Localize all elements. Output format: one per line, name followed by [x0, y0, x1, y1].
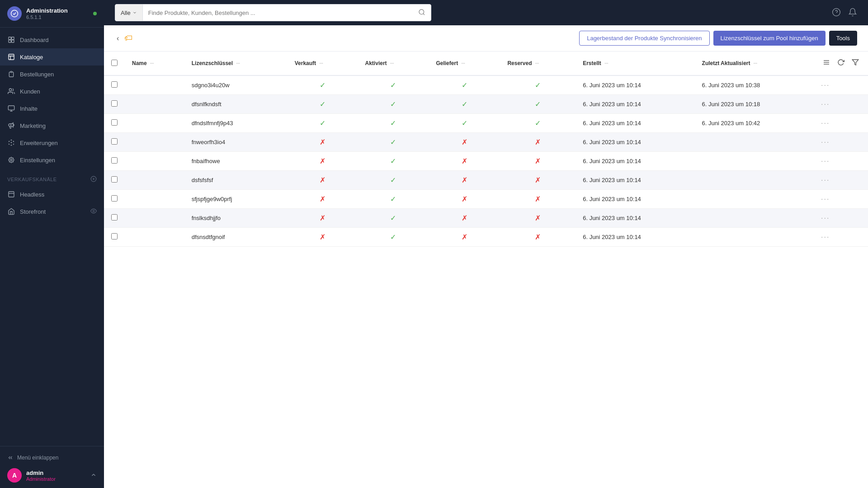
table-row: dfsnsdtfgnoif✗✓✗✗6. Juni 2023 um 10:14··…: [104, 228, 868, 247]
search-filter-button[interactable]: Alle: [115, 5, 143, 21]
row-checkbox[interactable]: [111, 214, 118, 221]
row-checkbox[interactable]: [111, 119, 118, 126]
cell-name: [125, 171, 184, 190]
row-menu-button[interactable]: ···: [821, 81, 830, 89]
storefront-visibility-icon[interactable]: [90, 208, 97, 216]
column-settings-button[interactable]: [821, 57, 832, 70]
cell-aktiviert: ✓: [358, 75, 429, 95]
sidebar-item-label: Storefront: [20, 208, 46, 215]
row-menu-button[interactable]: ···: [821, 157, 830, 165]
search-submit-button[interactable]: [413, 9, 431, 17]
check-true-icon: ✓: [390, 119, 396, 127]
check-false-icon: ✗: [535, 233, 541, 241]
check-false-icon: ✗: [535, 195, 541, 203]
row-menu-button[interactable]: ···: [821, 176, 830, 184]
row-menu-button[interactable]: ···: [821, 214, 830, 222]
sidebar-item-bestellungen[interactable]: Bestellungen: [0, 66, 104, 83]
cell-lizenzschluessel: fnbaifhowe: [184, 152, 288, 171]
row-menu-button[interactable]: ···: [821, 138, 830, 146]
row-checkbox[interactable]: [111, 176, 118, 183]
col-verkauft[interactable]: Verkauft ···: [288, 52, 358, 75]
check-false-icon: ✗: [320, 157, 326, 165]
table-row: fnbaifhowe✗✓✗✗6. Juni 2023 um 10:14···: [104, 152, 868, 171]
cell-reserved: ✗: [500, 133, 576, 152]
col-reserved[interactable]: Reserved ···: [500, 52, 576, 75]
table-row: dfndslfmnfj9p43✓✓✓✓6. Juni 2023 um 10:14…: [104, 114, 868, 133]
sidebar-item-dashboard[interactable]: Dashboard: [0, 31, 104, 48]
select-all-col: [104, 52, 125, 75]
cell-geliefert: ✗: [429, 133, 500, 152]
col-aktiviert[interactable]: Aktiviert ···: [358, 52, 429, 75]
row-menu-button[interactable]: ···: [821, 233, 830, 241]
cell-zuletzt: [695, 209, 814, 228]
help-icon[interactable]: [832, 8, 841, 18]
cell-name: [125, 133, 184, 152]
back-button[interactable]: ‹: [115, 33, 121, 44]
collapse-label: Menü einklappen: [17, 455, 58, 461]
row-checkbox[interactable]: [111, 138, 118, 145]
cell-aktiviert: ✓: [358, 95, 429, 114]
sidebar-item-headless[interactable]: Headless: [0, 186, 104, 203]
sidebar-item-label: Inhalte: [20, 105, 38, 112]
cell-zuletzt: 6. Juni 2023 um 10:38: [695, 75, 814, 95]
sidebar-item-erweiterungen[interactable]: Erweiterungen: [0, 134, 104, 151]
app-version: 6.5.1.1: [26, 14, 68, 20]
cell-reserved: ✗: [500, 190, 576, 209]
cell-lizenzschluessel: dfsnlfkndsft: [184, 95, 288, 114]
table-row: fnslksdhjjfo✗✓✗✗6. Juni 2023 um 10:14···: [104, 209, 868, 228]
check-true-icon: ✓: [462, 100, 467, 108]
col-erstellt[interactable]: Erstellt ···: [576, 52, 694, 75]
check-false-icon: ✗: [320, 195, 326, 203]
collapse-menu-button[interactable]: Menü einklappen: [7, 452, 97, 464]
table-header-row: Name ··· Lizenzschlüssel ··· Verkauft ··…: [104, 52, 868, 75]
sidebar-item-inhalte[interactable]: Inhalte: [0, 100, 104, 117]
cell-erstellt: 6. Juni 2023 um 10:14: [576, 114, 694, 133]
orders-icon: [7, 70, 15, 78]
sidebar-item-label: Dashboard: [20, 37, 49, 43]
marketing-icon: [7, 122, 15, 130]
search-input[interactable]: [143, 5, 413, 21]
sidebar-item-kunden[interactable]: Kunden: [0, 83, 104, 100]
cell-row-actions: ···: [814, 152, 868, 171]
sidebar-item-marketing[interactable]: Marketing: [0, 117, 104, 134]
col-name[interactable]: Name ···: [125, 52, 184, 75]
cell-row-actions: ···: [814, 190, 868, 209]
sidebar-item-storefront[interactable]: Storefront: [0, 203, 104, 220]
cell-reserved: ✗: [500, 209, 576, 228]
sidebar-item-kataloge[interactable]: Kataloge: [0, 48, 104, 66]
check-false-icon: ✗: [535, 176, 541, 184]
license-button[interactable]: Lizenzschlüssel zum Pool hinzufügen: [713, 31, 826, 46]
row-menu-button[interactable]: ···: [821, 119, 830, 127]
cell-name: [125, 190, 184, 209]
row-checkbox[interactable]: [111, 100, 118, 107]
sync-button[interactable]: Lagerbestand der Produkte Synchronisiere…: [579, 31, 709, 46]
row-menu-button[interactable]: ···: [821, 195, 830, 203]
user-chevron-icon[interactable]: [90, 472, 97, 479]
row-menu-button[interactable]: ···: [821, 100, 830, 108]
tools-button[interactable]: Tools: [829, 31, 857, 46]
col-geliefert[interactable]: Geliefert ···: [429, 52, 500, 75]
cell-lizenzschluessel: dfsnsdtfgnoif: [184, 228, 288, 247]
check-false-icon: ✗: [320, 233, 326, 241]
col-lizenzschluessel[interactable]: Lizenzschlüssel ···: [184, 52, 288, 75]
sidebar-header: Administration 6.5.1.1: [0, 0, 104, 28]
cell-reserved: ✓: [500, 114, 576, 133]
filter-button[interactable]: [850, 57, 861, 70]
cell-erstellt: 6. Juni 2023 um 10:14: [576, 190, 694, 209]
check-true-icon: ✓: [320, 119, 326, 127]
add-channel-icon[interactable]: [90, 176, 97, 183]
refresh-button[interactable]: [835, 57, 846, 70]
col-zuletzt[interactable]: Zuletzt Aktualisiert ···: [695, 52, 814, 75]
notifications-icon[interactable]: [848, 8, 857, 18]
check-true-icon: ✓: [462, 119, 467, 127]
sidebar-item-einstellungen[interactable]: Einstellungen: [0, 151, 104, 169]
row-checkbox[interactable]: [111, 195, 118, 202]
row-checkbox[interactable]: [111, 157, 118, 164]
row-checkbox[interactable]: [111, 81, 118, 88]
cell-verkauft: ✗: [288, 228, 358, 247]
row-checkbox[interactable]: [111, 233, 118, 239]
table-wrapper: Name ··· Lizenzschlüssel ··· Verkauft ··…: [104, 52, 868, 488]
cell-aktiviert: ✓: [358, 209, 429, 228]
cell-lizenzschluessel: fnweorfh3io4: [184, 133, 288, 152]
select-all-checkbox[interactable]: [111, 60, 118, 66]
